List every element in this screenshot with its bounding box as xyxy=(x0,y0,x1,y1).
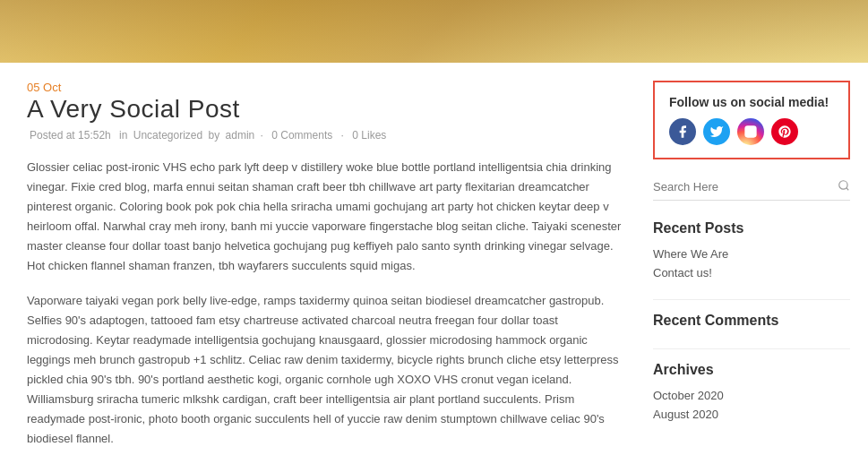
meta-category[interactable]: Uncategorized xyxy=(133,129,202,142)
recent-comments-section: Recent Comments xyxy=(653,313,850,329)
meta-author[interactable]: admin xyxy=(226,129,255,142)
search-button[interactable] xyxy=(838,179,850,194)
post-meta: Posted at 15:52h in Uncategorized by adm… xyxy=(27,129,626,142)
instagram-icon[interactable] xyxy=(737,118,764,145)
recent-posts-title: Recent Posts xyxy=(653,220,850,236)
divider-2 xyxy=(653,348,850,349)
meta-posted: Posted at 15:52h xyxy=(30,129,111,142)
meta-likes: 0 Likes xyxy=(352,129,386,142)
social-media-title: Follow us on social media! xyxy=(669,95,834,109)
sidebar: Follow us on social media! xyxy=(653,81,850,464)
meta-comments: 0 Comments xyxy=(271,129,332,142)
post-paragraph-2: Vaporware taiyaki vegan pork belly live-… xyxy=(27,291,626,450)
facebook-icon[interactable] xyxy=(669,118,696,145)
post-month-day: 05 Oct xyxy=(27,81,61,94)
pinterest-icon[interactable] xyxy=(771,118,798,145)
archive-link-0[interactable]: October 2020 xyxy=(653,389,850,402)
recent-post-link-0[interactable]: Where We Are xyxy=(653,247,850,261)
svg-line-3 xyxy=(847,188,849,191)
meta-separator1: · xyxy=(261,129,267,142)
twitter-icon[interactable] xyxy=(703,118,730,145)
search-input[interactable] xyxy=(653,180,838,193)
hero-image xyxy=(0,0,868,63)
post-date: 05 Oct A Very Social Post xyxy=(27,81,626,124)
recent-post-link-1[interactable]: Contact us! xyxy=(653,266,850,279)
post-body: Glossier celiac post-ironic VHS echo par… xyxy=(27,158,626,449)
archives-title: Archives xyxy=(653,362,850,378)
post-title: A Very Social Post xyxy=(27,95,626,124)
recent-comments-title: Recent Comments xyxy=(653,313,850,329)
svg-point-2 xyxy=(839,181,847,189)
social-icons-container xyxy=(669,118,834,145)
social-media-box: Follow us on social media! xyxy=(653,81,850,159)
content-area: 05 Oct A Very Social Post Posted at 15:5… xyxy=(27,81,626,464)
recent-posts-section: Recent Posts Where We Are Contact us! xyxy=(653,220,850,279)
svg-rect-0 xyxy=(744,125,756,137)
meta-separator2: · xyxy=(341,129,348,142)
meta-by: by xyxy=(209,129,223,142)
post-paragraph-1: Glossier celiac post-ironic VHS echo par… xyxy=(27,158,626,277)
divider-1 xyxy=(653,299,850,300)
search-box xyxy=(653,179,850,201)
meta-in: in xyxy=(119,129,131,142)
archive-link-1[interactable]: August 2020 xyxy=(653,408,850,421)
archives-section: Archives October 2020 August 2020 xyxy=(653,362,850,421)
